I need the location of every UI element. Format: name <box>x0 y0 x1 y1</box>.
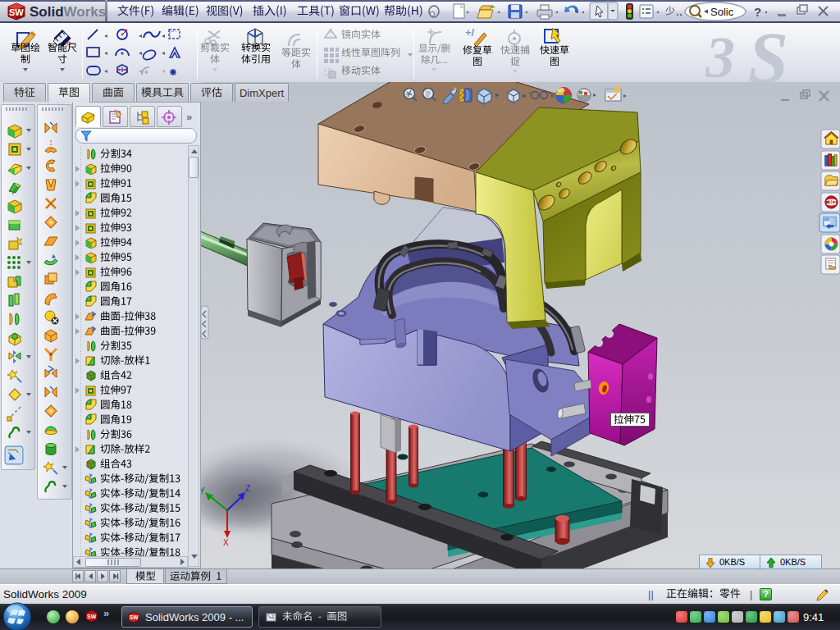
svg-text:SW: SW <box>9 7 24 17</box>
svg-text:?: ? <box>754 5 761 19</box>
svg-text:Solic: Solic <box>710 6 734 18</box>
svg-text:Y: Y <box>201 486 205 495</box>
svg-text:3: 3 <box>705 25 735 82</box>
svg-text:3D: 3D <box>829 199 837 206</box>
svg-text:+/: +/ <box>465 26 475 39</box>
svg-text:Z: Z <box>245 484 250 493</box>
svg-text:SW: SW <box>130 614 139 620</box>
svg-text:S: S <box>748 23 788 82</box>
svg-text:SW: SW <box>87 614 97 619</box>
svg-text:X: X <box>223 538 229 547</box>
